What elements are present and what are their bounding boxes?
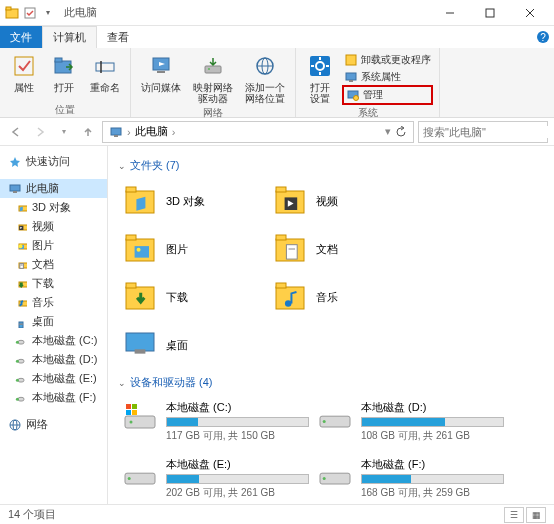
nav-this-pc[interactable]: 此电脑 bbox=[0, 179, 107, 198]
pc-icon bbox=[8, 182, 22, 196]
desktop-icon bbox=[14, 315, 28, 329]
maximize-button[interactable] bbox=[470, 0, 510, 26]
navigation-pane: 快速访问 此电脑 3D 对象视频图片文档下载音乐桌面本地磁盘 (C:)本地磁盘 … bbox=[0, 146, 108, 504]
nav-item[interactable]: 下载 bbox=[0, 274, 107, 293]
window-title: 此电脑 bbox=[64, 5, 97, 20]
svg-point-63 bbox=[16, 340, 19, 343]
svg-rect-9 bbox=[15, 57, 33, 75]
svg-rect-53 bbox=[20, 263, 24, 268]
uninstall-button[interactable]: 卸载或更改程序 bbox=[342, 52, 433, 68]
open-button[interactable]: 打开 bbox=[46, 50, 82, 103]
svg-rect-34 bbox=[114, 135, 118, 137]
open-settings-button[interactable]: 打开 设置 bbox=[302, 50, 338, 106]
folder-item[interactable]: 音乐 bbox=[268, 275, 418, 319]
drive-usage-bar bbox=[166, 417, 309, 427]
drive-icon bbox=[122, 400, 158, 436]
ribbon: 属性 打开 重命名 位置 访问媒体 bbox=[0, 48, 554, 118]
nav-item[interactable]: 本地磁盘 (E:) bbox=[0, 369, 107, 388]
svg-rect-12 bbox=[96, 63, 114, 71]
qat-dropdown-icon[interactable]: ▾ bbox=[40, 5, 56, 21]
svg-rect-29 bbox=[346, 73, 356, 80]
svg-point-32 bbox=[354, 96, 359, 101]
close-button[interactable] bbox=[510, 0, 550, 26]
uninstall-icon bbox=[344, 53, 358, 67]
tab-view[interactable]: 查看 bbox=[97, 26, 139, 48]
nav-item[interactable]: 图片 bbox=[0, 236, 107, 255]
svg-marker-37 bbox=[10, 157, 20, 167]
svg-rect-17 bbox=[205, 66, 221, 73]
ribbon-tabs: 文件 计算机 查看 ? bbox=[0, 26, 554, 48]
pictures-icon bbox=[122, 231, 158, 267]
video-icon bbox=[272, 183, 308, 219]
nav-item[interactable]: 文档 bbox=[0, 255, 107, 274]
add-network-button[interactable]: 添加一个 网络位置 bbox=[241, 50, 289, 106]
status-bar: 14 个项目 ☰ ▦ bbox=[0, 504, 554, 524]
documents-icon bbox=[272, 231, 308, 267]
explorer-icon bbox=[4, 5, 20, 21]
access-media-button[interactable]: 访问媒体 bbox=[137, 50, 185, 106]
folder-item[interactable]: 桌面 bbox=[118, 323, 268, 367]
system-properties-button[interactable]: 系统属性 bbox=[342, 69, 433, 85]
nav-network[interactable]: 网络 bbox=[0, 415, 107, 434]
folder-item[interactable]: 图片 bbox=[118, 227, 268, 271]
svg-rect-89 bbox=[126, 283, 136, 288]
svg-rect-86 bbox=[286, 245, 297, 259]
chevron-down-icon: ⌄ bbox=[118, 378, 126, 388]
folder-item[interactable]: 文档 bbox=[268, 227, 418, 271]
drive-item[interactable]: 本地磁盘 (C:) 117 GB 可用, 共 150 GB bbox=[118, 396, 313, 447]
recent-dropdown[interactable]: ▾ bbox=[54, 122, 74, 142]
ribbon-group-network: 访问媒体 映射网络 驱动器 添加一个 网络位置 网络 bbox=[131, 48, 296, 117]
nav-quick-access[interactable]: 快速访问 bbox=[0, 152, 107, 171]
forward-button[interactable] bbox=[30, 122, 50, 142]
nav-item[interactable]: 本地磁盘 (C:) bbox=[0, 331, 107, 350]
tab-file[interactable]: 文件 bbox=[0, 26, 42, 48]
search-box[interactable] bbox=[418, 121, 548, 143]
help-icon[interactable]: ? bbox=[532, 26, 554, 48]
manage-button[interactable]: 管理 bbox=[342, 85, 433, 105]
map-drive-button[interactable]: 映射网络 驱动器 bbox=[189, 50, 237, 106]
svg-rect-39 bbox=[13, 191, 17, 193]
breadcrumb-this-pc[interactable]: 此电脑 bbox=[135, 124, 168, 139]
nav-item[interactable]: 本地磁盘 (D:) bbox=[0, 350, 107, 369]
manage-icon bbox=[346, 88, 360, 102]
details-view-button[interactable]: ☰ bbox=[504, 507, 524, 523]
folder-item[interactable]: 视频 bbox=[268, 179, 418, 223]
svg-rect-4 bbox=[486, 9, 494, 17]
drive-item[interactable]: 本地磁盘 (D:) 108 GB 可用, 共 261 GB bbox=[313, 396, 508, 447]
nav-item[interactable]: 音乐 bbox=[0, 293, 107, 312]
drive-icon bbox=[14, 334, 28, 348]
nav-item[interactable]: 3D 对象 bbox=[0, 198, 107, 217]
properties-button[interactable]: 属性 bbox=[6, 50, 42, 103]
back-button[interactable] bbox=[6, 122, 26, 142]
folder-item[interactable]: 下载 bbox=[118, 275, 268, 319]
rename-button[interactable]: 重命名 bbox=[86, 50, 124, 103]
open-icon bbox=[50, 52, 78, 80]
minimize-button[interactable] bbox=[430, 0, 470, 26]
svg-rect-77 bbox=[276, 187, 286, 192]
drives-group-header[interactable]: ⌄ 设备和驱动器 (4) bbox=[118, 375, 544, 390]
address-path[interactable]: › 此电脑 › ▾ bbox=[102, 121, 414, 143]
video-icon bbox=[14, 220, 28, 234]
tab-computer[interactable]: 计算机 bbox=[42, 26, 97, 48]
svg-rect-11 bbox=[55, 58, 62, 62]
drive-item[interactable]: 本地磁盘 (F:) 168 GB 可用, 共 259 GB bbox=[313, 453, 508, 504]
svg-point-104 bbox=[128, 477, 131, 480]
drive-item[interactable]: 本地磁盘 (E:) 202 GB 可用, 共 261 GB bbox=[118, 453, 313, 504]
address-bar: ▾ › 此电脑 › ▾ bbox=[0, 118, 554, 146]
nav-item[interactable]: 本地磁盘 (F:) bbox=[0, 388, 107, 407]
drive-usage-bar bbox=[166, 474, 309, 484]
search-input[interactable] bbox=[423, 126, 554, 138]
refresh-icon[interactable] bbox=[395, 126, 407, 138]
qat-item[interactable] bbox=[22, 5, 38, 21]
nav-item[interactable]: 视频 bbox=[0, 217, 107, 236]
svg-rect-94 bbox=[135, 349, 146, 353]
svg-text:?: ? bbox=[540, 32, 546, 43]
sysprops-icon bbox=[344, 70, 358, 84]
svg-rect-82 bbox=[135, 246, 149, 258]
settings-icon bbox=[306, 52, 334, 80]
folders-group-header[interactable]: ⌄ 文件夹 (7) bbox=[118, 158, 544, 173]
tiles-view-button[interactable]: ▦ bbox=[526, 507, 546, 523]
up-button[interactable] bbox=[78, 122, 98, 142]
nav-item[interactable]: 桌面 bbox=[0, 312, 107, 331]
folder-item[interactable]: 3D 对象 bbox=[118, 179, 268, 223]
